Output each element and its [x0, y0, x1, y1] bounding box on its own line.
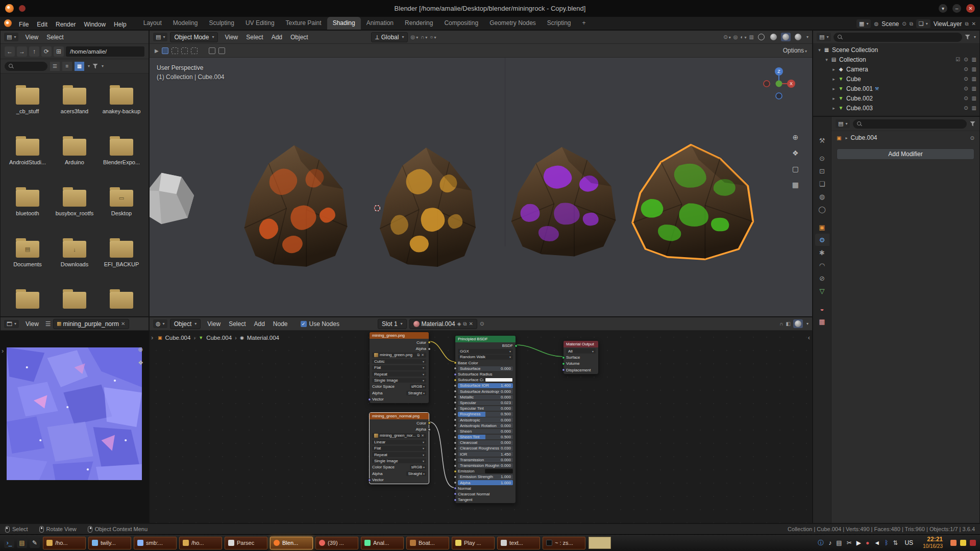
properties-tab-output[interactable]: ⊡ — [815, 165, 829, 177]
taskbar-app-text[interactable]: text... — [497, 537, 540, 549]
subsurface-color-input-socket[interactable] — [454, 379, 457, 382]
viewport-canvas[interactable]: User Perspective (1) Collection | Cube.0… — [150, 58, 812, 316]
disclosure-icon[interactable]: ▸ — [830, 106, 837, 111]
folder-bluetooth[interactable]: bluetooth — [4, 187, 51, 238]
taskbar-app-smb[interactable]: smb:... — [134, 537, 177, 549]
overlays-toggle-icon[interactable]: ◐▾ — [740, 34, 746, 40]
camera-view-icon[interactable]: ▢ — [792, 165, 799, 173]
scene-browse-icon[interactable]: ▦▾ — [856, 19, 871, 28]
tool-option-button-2[interactable] — [218, 47, 225, 54]
node-dropdown-single-image[interactable]: Single Image▾ — [370, 377, 429, 383]
vector-input-socket[interactable] — [368, 398, 371, 401]
editor-type-icon[interactable]: ◍▾ — [153, 319, 167, 328]
menu-add[interactable]: Add — [267, 33, 286, 42]
workspace-tab-uv-editing[interactable]: UV Editing — [240, 17, 280, 30]
handle-icon[interactable]: ❖ — [138, 359, 143, 366]
rock-object-1[interactable] — [240, 137, 351, 270]
node-output-alpha[interactable]: Alpha — [370, 426, 429, 432]
gray-rock-object[interactable] — [150, 168, 197, 228]
properties-tab-object-data[interactable]: ▽ — [815, 285, 829, 297]
select-mode-lasso-button[interactable] — [191, 47, 198, 54]
launcher-terminal-icon[interactable]: ›_ — [4, 538, 14, 548]
outliner-row-cube-002[interactable]: ▸▼Cube.002⊙▥ — [813, 93, 979, 103]
node-setting-alpha[interactable]: AlphaStraight▾ — [370, 470, 429, 477]
disclosure-icon[interactable]: ▸ — [830, 67, 837, 72]
navigation-gizmo[interactable]: Z X — [761, 66, 797, 102]
taskbar-app-39[interactable]: (39) ... — [315, 537, 358, 549]
menu-view[interactable]: View — [21, 33, 42, 42]
workspace-tab-layout[interactable]: Layout — [138, 17, 167, 30]
emission-input-socket[interactable] — [454, 470, 457, 473]
overlays-toggle-icon[interactable]: ◧ — [786, 321, 791, 327]
color-output-socket[interactable] — [428, 341, 431, 344]
node-input-vector[interactable]: Vector — [370, 396, 429, 403]
music-icon[interactable]: ♪ — [828, 540, 831, 546]
bsdf-output-socket[interactable] — [514, 344, 518, 347]
menu-view[interactable]: View — [21, 319, 43, 329]
bsdf-row-clearcoat[interactable]: Clearcoat0.000 — [455, 440, 516, 445]
xray-toggle-icon[interactable]: ▥ — [749, 34, 754, 40]
zoom-icon[interactable]: ⊕ — [792, 133, 799, 141]
display-settings-caret-icon[interactable]: ▾ — [88, 64, 90, 68]
bsdf-row-anisotropic-rotation[interactable]: Anisotropic Rotation0.000 — [455, 423, 516, 429]
output-row-all[interactable]: All▾ — [564, 348, 598, 354]
unlink-image-icon[interactable]: ✕ — [421, 434, 424, 438]
outliner-row-scene-collection[interactable]: ▾▦Scene Collection — [813, 45, 979, 55]
transmission-roughness-input-socket[interactable] — [454, 464, 457, 467]
node-input-vector[interactable]: Vector — [370, 477, 429, 483]
workspace-tab-modeling[interactable]: Modeling — [167, 17, 204, 30]
properties-tab-world[interactable]: ◯ — [815, 203, 829, 215]
sheen-tint-input-socket[interactable] — [454, 436, 457, 439]
active-tool-icon[interactable]: ▶ — [155, 48, 159, 54]
vector-input-socket[interactable] — [368, 479, 371, 482]
bsdf-row-ggx[interactable]: GGX▾ — [455, 348, 516, 354]
bsdf-row-ior[interactable]: IOR1.450 — [455, 452, 516, 457]
toggle-grid-icon[interactable]: ▦ — [792, 181, 799, 189]
shading-dropdown-icon[interactable]: ▾ — [806, 321, 808, 326]
eye-icon[interactable]: ⊙ — [964, 76, 968, 82]
editor-type-icon[interactable]: ▤▾ — [836, 119, 850, 128]
bsdf-row-clearcoat-roughness[interactable]: Clearcoat Roughness0.030 — [455, 445, 516, 451]
launcher-notes-icon[interactable]: ✎ — [30, 538, 40, 548]
node-dropdown-linear[interactable]: Linear▾ — [370, 439, 429, 445]
node-output-color[interactable]: Color — [370, 339, 429, 345]
clock[interactable]: 22:21 10/16/23 — [923, 536, 943, 549]
folder-blenderexpo[interactable]: BlenderExpo... — [98, 136, 145, 187]
folder-downloads[interactable]: ↓Downloads — [51, 238, 98, 289]
output-row-volume[interactable]: Volume — [564, 361, 598, 367]
rock-object-2[interactable] — [376, 139, 479, 270]
unlink-material-icon[interactable]: ✕ — [469, 321, 473, 327]
new-material-icon[interactable]: ⧉ — [463, 321, 467, 327]
keyboard-layout-indicator[interactable]: US — [904, 539, 913, 546]
menu-node[interactable]: Node — [269, 319, 292, 329]
fake-user-icon[interactable]: ◈ — [457, 321, 461, 327]
tangent-input-socket[interactable] — [454, 498, 457, 502]
workspace-tab-item[interactable]: + — [577, 17, 592, 30]
properties-tab-particles[interactable]: ✱ — [815, 246, 829, 259]
material-output-node[interactable]: Material OutputAll▾SurfaceVolumeDisplace… — [563, 340, 599, 374]
image-name-row[interactable]: mining_green_nor...⧉✕ — [370, 433, 429, 439]
transmission-input-socket[interactable] — [454, 458, 457, 461]
viewlayer-new-icon[interactable]: ⧉ — [965, 21, 968, 27]
properties-tab-view-layer[interactable]: ❏ — [815, 178, 829, 190]
select-mode-box-button[interactable] — [172, 47, 178, 54]
proportional-editing-icon[interactable]: ○▾ — [430, 34, 436, 40]
image-texture-node-1[interactable]: mining_green.pngColorAlphamining_green.p… — [369, 332, 429, 404]
roughness-input-socket[interactable] — [454, 413, 457, 416]
duplicate-image-icon[interactable]: ⧉ — [417, 353, 420, 357]
output-row-surface[interactable]: Surface — [564, 354, 598, 360]
outliner-filter-caret-icon[interactable]: ▾ — [974, 35, 976, 39]
bsdf-row-sheen[interactable]: Sheen0.000 — [455, 429, 516, 434]
properties-tab-texture[interactable]: ▦ — [815, 315, 829, 328]
outliner-row-collection[interactable]: ▾▤Collection☑⊙▥ — [813, 55, 979, 64]
shading-rendered-button[interactable] — [793, 33, 803, 41]
menu-view[interactable]: View — [220, 33, 242, 42]
alpha-input-socket[interactable] — [454, 481, 457, 484]
eye-icon[interactable]: ⊙ — [964, 86, 968, 91]
taskbar-app-ho[interactable]: /ho... — [179, 537, 222, 549]
file-search-input[interactable] — [5, 62, 47, 71]
node-output-alpha[interactable]: Alpha — [370, 345, 429, 352]
region-expand-icon[interactable]: › — [151, 334, 153, 341]
use-nodes-checkbox[interactable]: ✓Use Nodes — [301, 320, 339, 328]
pan-icon[interactable]: ❖ — [792, 149, 799, 157]
